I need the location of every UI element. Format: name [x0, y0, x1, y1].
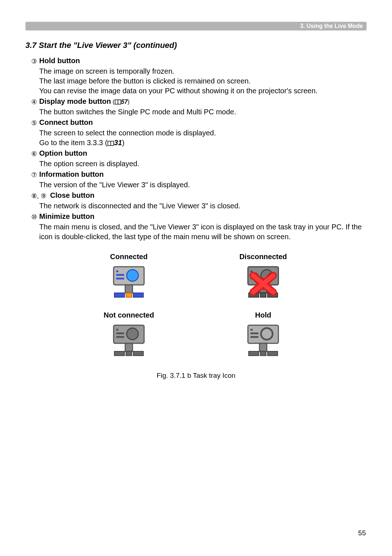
item-body: The main menu is closed, and the "Live V… [25, 222, 367, 242]
svg-rect-37 [249, 351, 259, 356]
item-title: Hold button [39, 57, 80, 65]
page-ref: 57 [121, 99, 128, 105]
svg-rect-20 [260, 293, 266, 297]
svg-rect-29 [126, 351, 132, 356]
item-title: Close button [50, 191, 94, 200]
svg-point-26 [127, 328, 138, 340]
svg-rect-38 [260, 351, 266, 356]
icon-cell-disconnected: Disconnected [230, 253, 296, 300]
item-number: ③ [31, 57, 39, 66]
disconnected-icon [245, 264, 281, 300]
svg-rect-12 [133, 293, 143, 297]
icon-label: Not connected [104, 311, 154, 319]
icon-label: Disconnected [239, 253, 287, 261]
item-body: The image on screen is temporally frozen… [25, 66, 367, 96]
svg-rect-25 [116, 336, 124, 338]
book-icon [115, 99, 121, 105]
icon-cell-not-connected: Not connected [96, 311, 162, 359]
svg-rect-34 [250, 336, 258, 338]
items-list: ③ Hold button The image on screen is tem… [25, 57, 367, 242]
svg-rect-27 [125, 343, 132, 351]
item-body: The screen to select the connection mode… [25, 128, 367, 148]
item-number: ⑦ [31, 170, 39, 180]
chapter-header: 3. Using the Live Mode [25, 22, 367, 30]
svg-rect-6 [116, 274, 124, 276]
svg-rect-28 [114, 351, 124, 356]
list-item: ⑦ Information button The version of the … [25, 170, 367, 190]
item-title: Connect button [39, 118, 93, 127]
item-body-prefix: Go to the item 3.3.3 ( [39, 139, 107, 147]
item-title: Option button [39, 149, 87, 158]
svg-rect-7 [116, 278, 124, 279]
icon-label: Hold [255, 311, 271, 319]
svg-point-8 [127, 270, 138, 281]
item-title: Display mode button [39, 97, 111, 105]
icon-cell-connected: Connected [96, 253, 162, 300]
icon-label: Connected [110, 253, 147, 261]
ref-close-paren: ) [127, 99, 129, 105]
figure-caption: Fig. 3.7.1 b Task tray Icon [156, 372, 235, 380]
svg-rect-10 [114, 293, 124, 297]
list-item: ⑧, ⑨ Close button The network is disconn… [25, 191, 367, 211]
icon-cell-hold: Hold [230, 311, 296, 359]
tray-icons-figure: Connected Disconnected [25, 253, 367, 380]
item-body: The button switches the Single PC mode a… [25, 107, 367, 117]
svg-rect-9 [125, 285, 132, 293]
page-ref: 31 [114, 139, 122, 147]
list-item: ⑥ Option button The option screen is dis… [25, 149, 367, 169]
item-body: The network is disconnected and the "Liv… [25, 201, 367, 211]
svg-rect-11 [126, 293, 132, 297]
hold-icon [245, 322, 281, 359]
list-item: ④ Display mode button (57) The button sw… [25, 97, 367, 117]
list-item: ③ Hold button The image on screen is tem… [25, 57, 367, 96]
svg-rect-33 [250, 332, 258, 334]
item-body-line: The screen to select the connection mode… [39, 129, 216, 137]
svg-point-35 [261, 328, 273, 340]
item-number: ⑤ [31, 118, 39, 128]
item-number: ⑥ [31, 149, 39, 159]
item-body: The version of the "Live Viewer 3" is di… [25, 180, 367, 190]
chapter-title: 3. Using the Live Mode [300, 23, 363, 29]
list-item: ⑩ Minimize button The main menu is close… [25, 212, 367, 242]
item-number: ⑧, ⑨ [31, 191, 50, 201]
svg-rect-32 [250, 329, 253, 331]
item-body: The option screen is displayed. [25, 159, 367, 169]
not-connected-icon [111, 322, 147, 359]
svg-rect-30 [133, 351, 143, 356]
item-number: ④ [31, 97, 39, 107]
item-title: Information button [39, 170, 104, 179]
list-item: ⑤ Connect button The screen to select th… [25, 118, 367, 148]
svg-rect-23 [116, 329, 118, 331]
svg-rect-5 [116, 270, 118, 272]
book-icon [107, 141, 114, 146]
item-title: Minimize button [39, 212, 94, 221]
svg-rect-39 [268, 351, 278, 356]
svg-rect-24 [116, 332, 124, 334]
section-title: 3.7 Start the "Live Viewer 3" (continued… [25, 41, 367, 50]
page-number: 55 [358, 529, 366, 537]
item-number: ⑩ [31, 212, 39, 222]
item-body-suffix: ) [122, 139, 124, 147]
svg-rect-36 [260, 343, 267, 351]
connected-icon [111, 264, 147, 300]
